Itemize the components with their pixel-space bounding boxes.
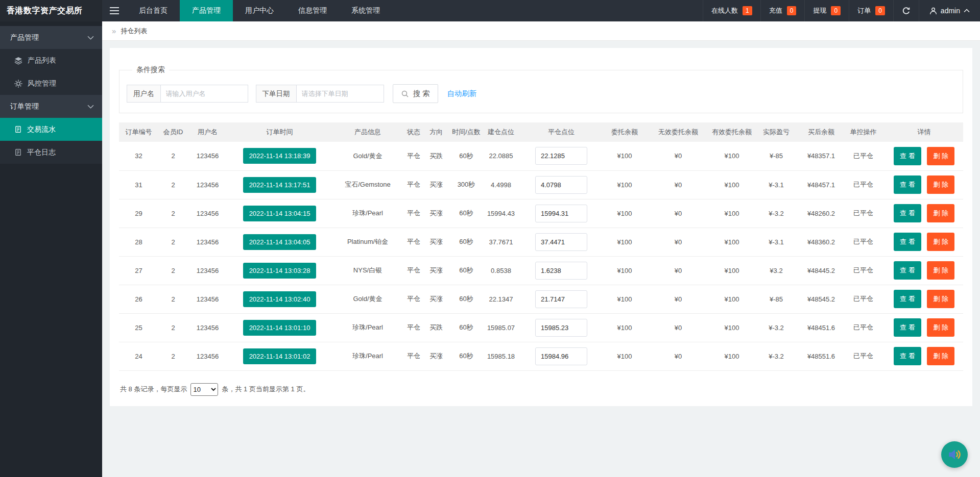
- delete-button[interactable]: 删 除: [927, 233, 954, 251]
- cell-entrust: ¥100: [596, 342, 653, 370]
- positions-table: 订单编号 会员ID 用户名 订单时间 产品信息 状态 方向 时间/点数 建仓点位…: [119, 122, 963, 371]
- delete-button[interactable]: 删 除: [927, 347, 954, 365]
- username-input[interactable]: [160, 85, 248, 103]
- delete-button[interactable]: 删 除: [927, 204, 954, 222]
- sidebar-group-products[interactable]: 产品管理: [0, 26, 102, 49]
- cell-duration: 300秒: [448, 170, 484, 199]
- cell-order-id: 27: [119, 256, 158, 285]
- view-button[interactable]: 查 看: [894, 290, 921, 308]
- cell-product: Platinum/铂金: [332, 228, 403, 256]
- content-card: 条件搜索 用户名 下单日期 搜 索 自动刷新: [110, 48, 972, 406]
- cell-balance-after: ¥48551.6: [801, 342, 842, 370]
- cell-close-point: [526, 170, 596, 199]
- search-icon: [401, 90, 409, 98]
- nav-item-info[interactable]: 信息管理: [286, 0, 339, 21]
- view-button[interactable]: 查 看: [894, 347, 921, 365]
- delete-button[interactable]: 删 除: [927, 261, 954, 280]
- cell-valid-entrust: ¥100: [704, 228, 760, 256]
- view-button[interactable]: 查 看: [894, 147, 921, 165]
- view-button[interactable]: 查 看: [894, 318, 921, 337]
- cell-valid-entrust: ¥100: [704, 142, 760, 170]
- col-entrust: 委托余额: [596, 122, 653, 142]
- cell-valid-entrust: ¥100: [704, 170, 760, 199]
- cell-direction: 买涨: [424, 256, 448, 285]
- close-point-input[interactable]: [535, 347, 587, 365]
- cell-direction: 买涨: [424, 199, 448, 228]
- col-member-id: 会员ID: [158, 122, 188, 142]
- close-point-input[interactable]: [535, 205, 587, 222]
- delete-button[interactable]: 删 除: [927, 318, 954, 337]
- user-menu[interactable]: admin: [919, 0, 980, 21]
- sidebar-item-product-list[interactable]: 产品列表: [0, 49, 102, 72]
- col-order-id: 订单编号: [119, 122, 158, 142]
- stat-deposit[interactable]: 充值 0: [760, 0, 805, 21]
- delete-button[interactable]: 删 除: [927, 147, 954, 165]
- breadcrumb-icon: »: [112, 27, 116, 35]
- cell-duration: 60秒: [448, 342, 484, 370]
- close-point-input[interactable]: [535, 319, 587, 337]
- cell-balance-after: ¥48260.2: [801, 199, 842, 228]
- close-point-input[interactable]: [535, 290, 587, 308]
- cell-order-time: 2022-11-14 13:01:02: [227, 342, 332, 370]
- sidebar-item-risk-control[interactable]: 风控管理: [0, 72, 102, 95]
- layers-icon: [14, 57, 22, 65]
- cell-valid-entrust: ¥100: [704, 199, 760, 228]
- pagination-suffix: 条，共 1 页当前显示第 1 页。: [222, 385, 309, 394]
- cell-valid-entrust: ¥100: [704, 342, 760, 370]
- col-detail: 详情: [885, 122, 963, 142]
- search-button-label: 搜 索: [413, 89, 430, 98]
- order-date-input[interactable]: [296, 85, 384, 103]
- stat-orders[interactable]: 订单 0: [849, 0, 893, 21]
- delete-button[interactable]: 删 除: [927, 290, 954, 308]
- cell-member-id: 2: [158, 342, 188, 370]
- cell-duration: 60秒: [448, 285, 484, 313]
- nav-item-dashboard[interactable]: 后台首页: [127, 0, 180, 21]
- close-point-input[interactable]: [535, 262, 587, 280]
- cell-invalid-entrust: ¥0: [653, 256, 704, 285]
- close-point-input[interactable]: [535, 176, 587, 194]
- col-open-point: 建仓点位: [484, 122, 526, 142]
- close-point-input[interactable]: [535, 147, 587, 165]
- cell-status: 平仓: [403, 313, 424, 342]
- cell-order-id: 25: [119, 313, 158, 342]
- order-time-badge: 2022-11-14 13:02:40: [243, 291, 317, 307]
- page-size-select[interactable]: 10: [190, 383, 218, 396]
- cell-close-point: [526, 256, 596, 285]
- search-button[interactable]: 搜 索: [393, 84, 438, 103]
- main-content: 条件搜索 用户名 下单日期 搜 索 自动刷新: [102, 41, 980, 406]
- sidebar-item-label: 平仓日志: [27, 148, 56, 157]
- sidebar-item-trade-flow[interactable]: 交易流水: [0, 118, 102, 141]
- view-button[interactable]: 查 看: [894, 204, 921, 222]
- cell-username: 123456: [188, 313, 227, 342]
- stat-online-users[interactable]: 在线人数 1: [703, 0, 760, 21]
- cell-balance-after: ¥48357.1: [801, 142, 842, 170]
- sidebar-group-orders[interactable]: 订单管理: [0, 95, 102, 118]
- cell-member-id: 2: [158, 228, 188, 256]
- date-filter-label: 下单日期: [256, 85, 296, 103]
- nav-item-products[interactable]: 产品管理: [180, 0, 233, 21]
- sound-toggle-button[interactable]: [941, 441, 968, 468]
- delete-button[interactable]: 删 除: [927, 175, 954, 194]
- stat-withdraw[interactable]: 提现 0: [804, 0, 849, 21]
- view-button[interactable]: 查 看: [894, 233, 921, 251]
- col-order-time: 订单时间: [227, 122, 332, 142]
- nav-item-users[interactable]: 用户中心: [233, 0, 286, 21]
- auto-refresh-link[interactable]: 自动刷新: [447, 89, 477, 98]
- view-button[interactable]: 查 看: [894, 175, 921, 194]
- col-direction: 方向: [424, 122, 448, 142]
- table-row: 26 2 123456 2022-11-14 13:02:40 Gold/黄金 …: [119, 285, 963, 313]
- cell-close-point: [526, 285, 596, 313]
- refresh-button[interactable]: [893, 0, 919, 21]
- cell-order-id: 29: [119, 199, 158, 228]
- view-button[interactable]: 查 看: [894, 261, 921, 280]
- cell-profit: ¥-3.1: [760, 228, 801, 256]
- cell-order-time: 2022-11-14 13:01:10: [227, 313, 332, 342]
- cell-order-time: 2022-11-14 13:03:28: [227, 256, 332, 285]
- order-time-badge: 2022-11-14 13:01:02: [243, 348, 317, 364]
- close-point-input[interactable]: [535, 233, 587, 251]
- sidebar-item-close-log[interactable]: 平仓日志: [0, 141, 102, 164]
- menu-toggle-button[interactable]: [102, 0, 127, 21]
- cell-valid-entrust: ¥100: [704, 285, 760, 313]
- nav-item-system[interactable]: 系统管理: [339, 0, 392, 21]
- order-count-badge: 0: [875, 6, 885, 15]
